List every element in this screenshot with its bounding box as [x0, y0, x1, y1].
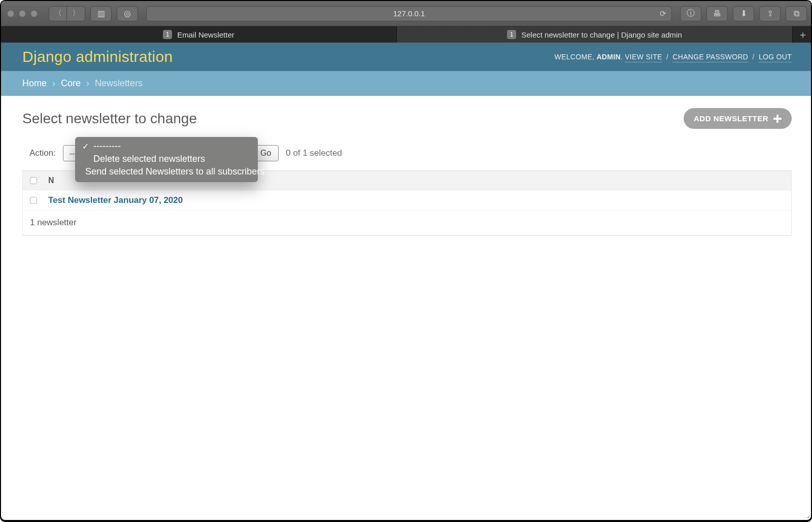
close-window-button[interactable] — [7, 10, 14, 17]
shield-icon: ◎ — [124, 9, 131, 18]
add-button-label: ADD NEWSLETTER — [694, 114, 768, 123]
action-option-item-0[interactable]: ✓ --------- — [75, 140, 258, 153]
tab-title: Select newsletter to change | Django sit… — [521, 30, 682, 39]
user-tools: WELCOME, ADMIN. VIEW SITE / CHANGE PASSW… — [555, 53, 792, 61]
table-row: Test Newsletter January 07, 2020 — [23, 190, 791, 211]
breadcrumb-app[interactable]: Core — [61, 78, 81, 88]
nav-buttons: 〈 〉 — [49, 6, 85, 21]
change-password-link[interactable]: CHANGE PASSWORD — [672, 53, 748, 62]
paginator: 1 newsletter — [23, 211, 791, 235]
reload-icon[interactable]: ⟳ — [660, 9, 666, 18]
address-bar[interactable]: 127.0.0.1 ⟳ — [146, 6, 672, 21]
breadcrumb-sep: › — [83, 78, 92, 88]
column-header-name[interactable]: N — [48, 176, 54, 185]
minimize-window-button[interactable] — [19, 10, 26, 17]
share-button[interactable]: ⇪ — [759, 6, 781, 21]
browser-toolbar: 〈 〉 ▥ ◎ 127.0.0.1 ⟳ ⓘ 🖶 ⬇ ⇪ ⧉ — [1, 1, 811, 26]
row-link[interactable]: Test Newsletter January 07, 2020 — [48, 195, 183, 205]
info-icon: ⓘ — [687, 8, 695, 19]
sidebar-toggle-button[interactable]: ▥ — [90, 6, 112, 21]
breadcrumb: Home › Core › Newsletters — [1, 71, 811, 96]
content-header: Select newsletter to change ADD NEWSLETT… — [22, 108, 792, 129]
resize-grip-icon: ⌟ — [806, 511, 810, 519]
page-info-button[interactable]: ⓘ — [680, 6, 701, 21]
address-url: 127.0.0.1 — [393, 9, 425, 18]
add-newsletter-button[interactable]: ADD NEWSLETTER — [684, 108, 792, 129]
action-label: Action: — [29, 148, 56, 158]
logout-link[interactable]: LOG OUT — [759, 53, 792, 62]
action-select-dropdown[interactable]: ✓ --------- Delete selected newsletters … — [75, 137, 258, 182]
action-option-item-1[interactable]: Delete selected newsletters — [75, 153, 258, 165]
plus-icon — [773, 115, 782, 123]
checkmark-icon: ✓ — [81, 142, 89, 151]
forward-button[interactable]: 〉 — [67, 6, 85, 21]
window-controls — [7, 10, 38, 17]
tab-strip: 1 Email Newsletter 1 Select newsletter t… — [1, 26, 811, 43]
sidebar-icon: ▥ — [97, 9, 105, 18]
plus-icon: ＋ — [798, 28, 808, 42]
page-title: Select newsletter to change — [22, 111, 197, 127]
chevron-left-icon: 〈 — [54, 8, 62, 19]
tabs-icon: ⧉ — [794, 9, 799, 18]
printer-icon: 🖶 — [713, 9, 721, 18]
new-tab-button[interactable]: ＋ — [793, 26, 811, 43]
separator: / — [664, 53, 670, 61]
zoom-window-button[interactable] — [30, 10, 38, 17]
select-all-checkbox[interactable] — [30, 177, 37, 184]
site-title: Django administration — [22, 48, 173, 65]
actions-bar: Action: --------- Delete selected newsle… — [22, 144, 792, 162]
reader-button[interactable]: 🖶 — [706, 6, 728, 21]
action-option-item-2[interactable]: Send selected Newsletters to all subscri… — [75, 165, 258, 178]
tab-badge: 1 — [507, 30, 516, 39]
breadcrumb-current: Newsletters — [95, 78, 143, 88]
django-header: Django administration WELCOME, ADMIN. VI… — [1, 43, 811, 71]
tab-title: Email Newsletter — [177, 30, 234, 39]
toolbar-right: ⓘ 🖶 ⬇ ⇪ ⧉ — [680, 6, 807, 21]
browser-tab-1[interactable]: 1 Select newsletter to change | Django s… — [397, 26, 793, 43]
breadcrumb-home[interactable]: Home — [22, 78, 47, 88]
browser-window: 〈 〉 ▥ ◎ 127.0.0.1 ⟳ ⓘ 🖶 ⬇ ⇪ ⧉ 1 Email Ne… — [1, 1, 811, 236]
chevron-right-icon: 〉 — [72, 8, 80, 19]
downloads-button[interactable]: ⬇ — [733, 6, 754, 21]
view-site-link[interactable]: VIEW SITE — [625, 53, 662, 62]
back-button[interactable]: 〈 — [49, 6, 67, 21]
welcome-label: WELCOME, — [555, 53, 595, 61]
user-name: ADMIN — [596, 53, 620, 61]
tab-badge: 1 — [163, 30, 172, 39]
download-icon: ⬇ — [740, 9, 747, 18]
browser-tab-0[interactable]: 1 Email Newsletter — [1, 26, 397, 43]
share-icon: ⇪ — [767, 9, 773, 18]
breadcrumb-sep: › — [49, 78, 58, 88]
separator: / — [750, 53, 756, 61]
tabs-button[interactable]: ⧉ — [786, 6, 807, 21]
privacy-report-button[interactable]: ◎ — [117, 6, 138, 21]
content: Select newsletter to change ADD NEWSLETT… — [1, 96, 811, 236]
selection-count: 0 of 1 selected — [286, 148, 342, 158]
row-checkbox[interactable] — [30, 197, 37, 204]
